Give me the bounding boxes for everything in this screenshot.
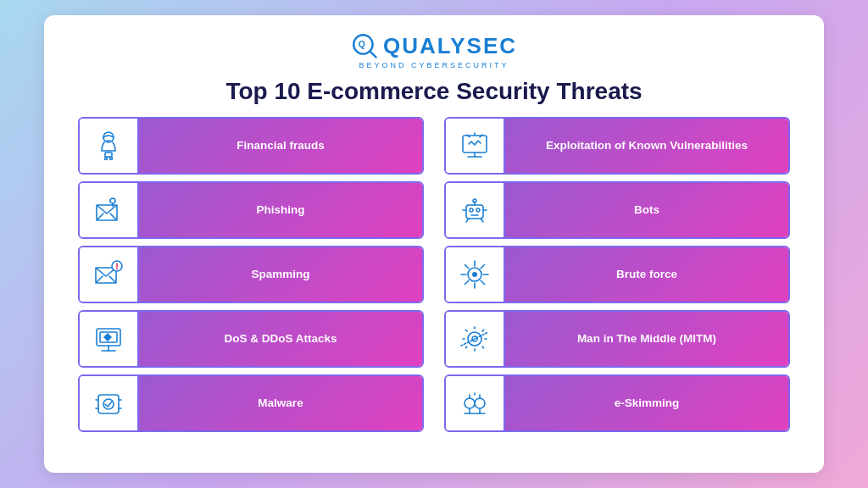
svg-point-5 (105, 158, 108, 160)
financial-frauds-label: Financial frauds (139, 119, 422, 173)
threat-row-bots: Bots (444, 181, 790, 239)
svg-point-45 (472, 272, 477, 277)
svg-line-55 (465, 330, 467, 331)
thief-icon-box (80, 119, 139, 173)
svg-line-57 (482, 330, 484, 331)
svg-line-43 (481, 265, 484, 269)
phishing-icon: ! (92, 193, 125, 227)
svg-point-35 (116, 268, 118, 269)
malware-label: Malware (139, 376, 422, 430)
threat-row-eskimming: e-Skimming (444, 374, 790, 432)
logo-container: Q QUALYSEC (351, 32, 517, 59)
svg-line-56 (482, 347, 484, 348)
threat-row-phishing: ! Phishing (78, 181, 424, 239)
mitm-icon (458, 322, 492, 356)
logo-tagline: BEYOND CYBERSECURITY (359, 61, 509, 69)
exploitation-label: Exploitation of Known Vulnerabilities (505, 119, 788, 173)
mitm-icon-box (446, 312, 505, 366)
spamming-label: Spamming (139, 247, 422, 302)
malware-icon-box (80, 376, 139, 430)
eskimming-icon (458, 386, 492, 420)
brute-icon (458, 258, 492, 291)
svg-line-16 (110, 214, 117, 220)
phishing-label: Phishing (139, 183, 422, 237)
svg-line-58 (465, 347, 467, 348)
svg-text:Q: Q (359, 40, 365, 49)
bots-icon (458, 193, 492, 227)
svg-line-41 (465, 265, 469, 269)
logo-text: QUALYSEC (383, 33, 517, 59)
threat-row-financial-frauds: Financial frauds (78, 117, 424, 175)
threat-row-malware: Malware (78, 374, 424, 432)
svg-line-15 (97, 214, 103, 220)
svg-point-22 (476, 208, 480, 212)
svg-point-21 (470, 208, 473, 212)
malware-icon (92, 386, 125, 420)
main-card: Q QUALYSEC BEYOND CYBERSECURITY Top 10 E… (44, 15, 824, 473)
svg-point-25 (473, 199, 476, 202)
svg-rect-61 (98, 395, 119, 413)
threat-row-brute-force: Brute force (444, 246, 790, 303)
spam-icon (92, 258, 125, 291)
logo-area: Q QUALYSEC BEYOND CYBERSECURITY (351, 32, 517, 69)
threat-row-mitm: Man in The Middle (MITM) (444, 310, 790, 368)
svg-point-67 (465, 398, 475, 408)
exploit-icon (458, 129, 492, 163)
brute-force-label: Brute force (505, 247, 788, 302)
svg-rect-20 (466, 205, 483, 219)
dos-icon-box (80, 312, 139, 366)
svg-line-32 (109, 276, 116, 283)
dos-attacks-label: DoS & DDoS Attacks (139, 312, 422, 366)
svg-point-6 (110, 158, 113, 160)
svg-line-44 (465, 280, 469, 284)
qualysec-logo-icon: Q (351, 32, 378, 59)
thief-icon (92, 129, 125, 163)
exploit-icon-box (446, 119, 505, 173)
threat-row-exploitation: Exploitation of Known Vulnerabilities (444, 117, 790, 175)
page-title: Top 10 E-commerce Security Threats (225, 78, 642, 105)
mitm-label: Man in The Middle (MITM) (505, 312, 788, 366)
svg-line-42 (481, 280, 484, 284)
spam-icon-box (80, 247, 139, 302)
bots-label: Bots (505, 183, 788, 237)
svg-rect-4 (105, 152, 112, 157)
bots-icon-box (446, 183, 505, 237)
svg-line-28 (466, 219, 469, 222)
svg-line-1 (370, 51, 376, 57)
brute-icon-box (446, 247, 505, 302)
svg-point-68 (475, 398, 485, 408)
eskimming-label: e-Skimming (505, 376, 788, 430)
svg-point-17 (110, 198, 115, 203)
svg-line-31 (96, 276, 103, 283)
threat-row-spamming: Spamming (78, 246, 424, 303)
dos-icon (92, 322, 125, 356)
phishing-icon-box: ! (80, 183, 139, 237)
eskimming-icon-box (446, 376, 505, 430)
svg-line-29 (481, 219, 483, 222)
threats-grid: Financial frauds Exploitation of Known V… (78, 117, 790, 432)
threat-row-dos-attacks: DoS & DDoS Attacks (78, 310, 424, 368)
